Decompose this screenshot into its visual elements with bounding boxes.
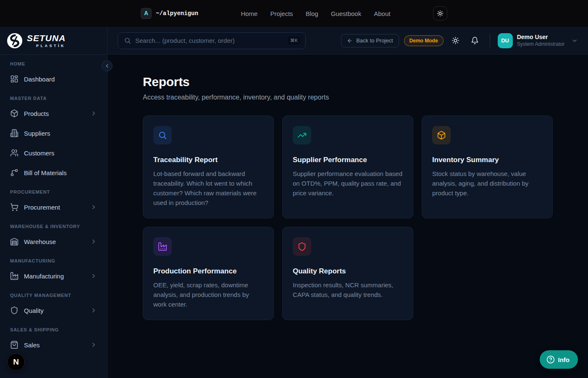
section-label-home: HOME	[10, 61, 97, 66]
brand-subtitle: PLASTİK	[27, 44, 66, 48]
chevron-down-icon	[571, 37, 578, 44]
card-title: Supplier Performance	[293, 156, 403, 164]
sidebar-item-label: Dashboard	[24, 76, 97, 83]
help-circle-icon	[546, 355, 555, 364]
building-icon	[10, 129, 18, 137]
search-input[interactable]	[135, 37, 284, 44]
sidebar: SETUNA PLASTİK HOME Dashboard MASTER DAT…	[0, 27, 108, 378]
card-description: Supplier performance evaluation based on…	[293, 169, 403, 198]
sidebar-item-label: Bill of Materials	[24, 169, 97, 176]
sidebar-item-procurement[interactable]: Procurement	[5, 198, 102, 216]
site-handle: ~/alpyenigun	[156, 10, 198, 17]
card-title: Quality Reports	[293, 267, 403, 276]
sidebar-item-dashboard[interactable]: Dashboard	[5, 70, 102, 88]
top-nav-blog[interactable]: Blog	[306, 10, 318, 17]
report-cards-grid: Traceability Report Lot-based forward an…	[143, 116, 553, 320]
shopping-cart-icon	[10, 203, 18, 211]
user-menu[interactable]: DU Demo User System Administrator	[498, 33, 578, 48]
sidebar-collapse-button[interactable]	[102, 60, 113, 71]
section-label-quality-management: QUALITY MANAGEMENT	[10, 293, 97, 298]
theme-toggle-button[interactable]	[433, 6, 447, 21]
top-nav-links: Home Projects Blog Guestbook About	[241, 10, 390, 17]
user-meta: Demo User System Administrator	[517, 34, 564, 47]
avatar: DU	[498, 33, 513, 48]
sun-icon	[452, 37, 459, 45]
chevron-right-icon	[90, 341, 97, 348]
nextjs-dev-badge[interactable]: N	[7, 353, 25, 371]
sidebar-item-label: Warehouse	[24, 238, 85, 245]
theme-toggle-header-button[interactable]	[449, 34, 463, 48]
global-search[interactable]: ⌘K	[118, 32, 306, 49]
top-nav-about[interactable]: About	[374, 10, 390, 17]
sidebar-item-label: Customers	[24, 150, 97, 157]
sidebar-item-manufacturing[interactable]: Manufacturing	[5, 267, 102, 285]
setuna-logo-icon	[7, 33, 23, 49]
trending-up-icon	[293, 126, 311, 144]
sidebar-item-label: Procurement	[24, 204, 85, 211]
info-button-label: Info	[558, 356, 570, 363]
section-label-warehouse-inventory: WAREHOUSE & INVENTORY	[10, 224, 97, 229]
dashboard-icon	[10, 75, 18, 83]
chevron-right-icon	[90, 110, 97, 117]
chevron-right-icon	[90, 204, 97, 210]
card-title: Production Performance	[153, 267, 263, 276]
sidebar-nav: HOME Dashboard MASTER DATA Products	[0, 55, 107, 355]
page-title: Reports	[143, 75, 553, 89]
card-description: Stock status by warehouse, value analysi…	[432, 169, 542, 198]
users-icon	[10, 149, 18, 157]
bell-icon	[471, 37, 479, 45]
sidebar-item-label: Manufacturing	[24, 273, 85, 280]
sidebar-item-label: Products	[24, 110, 85, 117]
factory-icon	[153, 237, 172, 256]
top-nav-inner: A ~/alpyenigun Home Projects Blog Guestb…	[141, 6, 447, 21]
a-logo-icon: A	[141, 8, 152, 19]
back-to-project-button[interactable]: Back to Project	[341, 34, 399, 47]
header-actions: Back to Project Demo Mode DU	[341, 33, 578, 48]
card-quality-reports[interactable]: Quality Reports Inspection results, NCR …	[282, 227, 413, 320]
top-nav-projects[interactable]: Projects	[270, 10, 293, 17]
chevron-right-icon	[90, 307, 97, 314]
sidebar-item-products[interactable]: Products	[5, 104, 102, 123]
personal-site-logo[interactable]: A ~/alpyenigun	[141, 8, 198, 19]
user-name: Demo User	[517, 34, 564, 41]
search-icon	[124, 37, 131, 44]
notifications-button[interactable]	[468, 34, 482, 48]
top-nav-guestbook[interactable]: Guestbook	[331, 10, 362, 17]
git-branch-icon	[10, 168, 18, 177]
card-supplier-performance[interactable]: Supplier Performance Supplier performanc…	[282, 116, 413, 218]
demo-mode-badge: Demo Mode	[404, 35, 444, 46]
chevron-left-icon	[104, 63, 110, 69]
shopping-bag-icon	[10, 341, 18, 349]
sidebar-item-customers[interactable]: Customers	[5, 144, 102, 162]
shield-icon	[293, 237, 311, 256]
user-role: System Administrator	[517, 41, 564, 47]
sidebar-item-label: Sales	[24, 341, 85, 349]
top-nav-bar: A ~/alpyenigun Home Projects Blog Guestb…	[0, 0, 588, 27]
card-inventory-summary[interactable]: Inventory Summary Stock status by wareho…	[422, 116, 553, 218]
section-label-manufacturing: MANUFACTURING	[10, 258, 97, 263]
factory-icon	[10, 272, 18, 280]
card-traceability-report[interactable]: Traceability Report Lot-based forward an…	[143, 116, 274, 218]
arrow-left-icon	[347, 38, 353, 44]
sidebar-item-sales[interactable]: Sales	[5, 336, 102, 354]
chevron-right-icon	[90, 238, 97, 245]
sidebar-item-bill-of-materials[interactable]: Bill of Materials	[5, 163, 102, 182]
header-divider	[490, 34, 490, 47]
sidebar-item-suppliers[interactable]: Suppliers	[5, 124, 102, 142]
card-production-performance[interactable]: Production Performance OEE, yield, scrap…	[143, 227, 274, 320]
card-title: Inventory Summary	[432, 156, 542, 164]
search-shortcut-kbd: ⌘K	[288, 37, 300, 45]
app-header: ⌘K Back to Project Demo Mode	[108, 27, 588, 55]
top-nav-home[interactable]: Home	[241, 10, 257, 17]
card-description: Lot-based forward and backward traceabil…	[153, 169, 263, 208]
brand-name: SETUNA	[27, 34, 66, 42]
sidebar-item-label: Suppliers	[24, 130, 97, 137]
back-to-project-label: Back to Project	[356, 37, 393, 44]
card-title: Traceability Report	[153, 156, 263, 164]
sidebar-item-quality[interactable]: Quality	[5, 301, 102, 320]
sidebar-item-warehouse[interactable]: Warehouse	[5, 232, 102, 251]
app-shell: SETUNA PLASTİK HOME Dashboard MASTER DAT…	[0, 27, 588, 378]
sidebar-brand[interactable]: SETUNA PLASTİK	[0, 27, 107, 55]
warehouse-icon	[10, 237, 18, 246]
info-button[interactable]: Info	[540, 350, 578, 369]
